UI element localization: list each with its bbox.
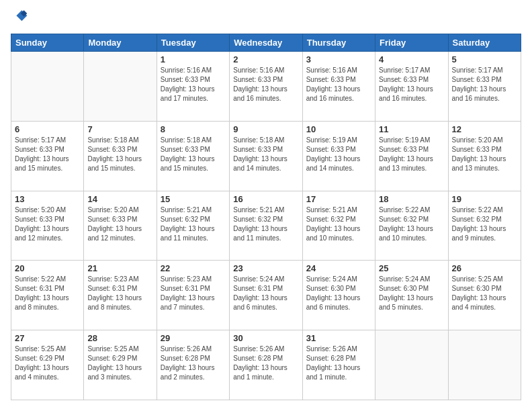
- day-number: 26: [452, 263, 517, 273]
- day-info: Sunrise: 5:17 AM Sunset: 6:33 PM Dayligh…: [452, 66, 517, 103]
- table-row: [11, 52, 84, 122]
- page: Sunday Monday Tuesday Wednesday Thursday…: [0, 0, 532, 411]
- day-number: 6: [15, 124, 80, 134]
- calendar-table: Sunday Monday Tuesday Wednesday Thursday…: [11, 34, 521, 400]
- day-info: Sunrise: 5:25 AM Sunset: 6:29 PM Dayligh…: [15, 345, 80, 382]
- col-monday: Monday: [84, 34, 157, 52]
- day-number: 10: [306, 124, 371, 134]
- day-number: 4: [379, 54, 444, 64]
- day-info: Sunrise: 5:18 AM Sunset: 6:33 PM Dayligh…: [161, 136, 226, 173]
- day-number: 16: [233, 194, 298, 204]
- table-row: 11Sunrise: 5:19 AM Sunset: 6:33 PM Dayli…: [375, 121, 448, 191]
- table-row: 10Sunrise: 5:19 AM Sunset: 6:33 PM Dayli…: [302, 121, 375, 191]
- day-info: Sunrise: 5:17 AM Sunset: 6:33 PM Dayligh…: [379, 66, 444, 103]
- day-number: 9: [233, 124, 298, 134]
- day-info: Sunrise: 5:25 AM Sunset: 6:30 PM Dayligh…: [452, 275, 517, 312]
- table-row: 5Sunrise: 5:17 AM Sunset: 6:33 PM Daylig…: [448, 52, 521, 122]
- table-row: 6Sunrise: 5:17 AM Sunset: 6:33 PM Daylig…: [11, 121, 84, 191]
- day-number: 15: [161, 194, 226, 204]
- table-row: 28Sunrise: 5:25 AM Sunset: 6:29 PM Dayli…: [84, 330, 157, 400]
- day-number: 24: [306, 263, 371, 273]
- day-info: Sunrise: 5:20 AM Sunset: 6:33 PM Dayligh…: [87, 205, 152, 243]
- day-info: Sunrise: 5:17 AM Sunset: 6:33 PM Dayligh…: [15, 136, 80, 173]
- table-row: 12Sunrise: 5:20 AM Sunset: 6:33 PM Dayli…: [448, 121, 521, 191]
- day-number: 28: [87, 333, 152, 343]
- day-info: Sunrise: 5:21 AM Sunset: 6:32 PM Dayligh…: [161, 205, 226, 243]
- day-info: Sunrise: 5:23 AM Sunset: 6:31 PM Dayligh…: [87, 275, 152, 312]
- col-tuesday: Tuesday: [157, 34, 229, 52]
- table-row: 13Sunrise: 5:20 AM Sunset: 6:33 PM Dayli…: [11, 191, 84, 261]
- table-row: [375, 330, 448, 400]
- table-row: 3Sunrise: 5:16 AM Sunset: 6:33 PM Daylig…: [302, 52, 375, 122]
- day-info: Sunrise: 5:21 AM Sunset: 6:32 PM Dayligh…: [233, 205, 298, 243]
- day-number: 22: [161, 263, 226, 273]
- day-info: Sunrise: 5:21 AM Sunset: 6:32 PM Dayligh…: [306, 205, 371, 243]
- day-number: 23: [233, 263, 298, 273]
- day-number: 1: [161, 54, 226, 64]
- col-thursday: Thursday: [302, 34, 375, 52]
- table-row: 1Sunrise: 5:16 AM Sunset: 6:33 PM Daylig…: [157, 52, 229, 122]
- day-info: Sunrise: 5:19 AM Sunset: 6:33 PM Dayligh…: [379, 136, 444, 173]
- day-info: Sunrise: 5:16 AM Sunset: 6:33 PM Dayligh…: [233, 66, 298, 103]
- day-number: 14: [87, 194, 152, 204]
- day-info: Sunrise: 5:22 AM Sunset: 6:31 PM Dayligh…: [15, 275, 80, 312]
- col-sunday: Sunday: [11, 34, 84, 52]
- day-info: Sunrise: 5:26 AM Sunset: 6:28 PM Dayligh…: [161, 345, 226, 382]
- table-row: 14Sunrise: 5:20 AM Sunset: 6:33 PM Dayli…: [84, 191, 157, 261]
- calendar-week-row: 13Sunrise: 5:20 AM Sunset: 6:33 PM Dayli…: [11, 191, 521, 261]
- day-info: Sunrise: 5:24 AM Sunset: 6:30 PM Dayligh…: [379, 275, 444, 312]
- day-info: Sunrise: 5:20 AM Sunset: 6:33 PM Dayligh…: [15, 205, 80, 243]
- table-row: 26Sunrise: 5:25 AM Sunset: 6:30 PM Dayli…: [448, 261, 521, 330]
- day-number: 21: [87, 263, 152, 273]
- table-row: 19Sunrise: 5:22 AM Sunset: 6:32 PM Dayli…: [448, 191, 521, 261]
- day-number: 12: [452, 124, 517, 134]
- day-info: Sunrise: 5:26 AM Sunset: 6:28 PM Dayligh…: [233, 345, 298, 382]
- calendar-week-row: 27Sunrise: 5:25 AM Sunset: 6:29 PM Dayli…: [11, 330, 521, 400]
- day-info: Sunrise: 5:20 AM Sunset: 6:33 PM Dayligh…: [452, 136, 517, 173]
- logo: [11, 11, 28, 27]
- day-info: Sunrise: 5:24 AM Sunset: 6:31 PM Dayligh…: [233, 275, 298, 312]
- day-info: Sunrise: 5:16 AM Sunset: 6:33 PM Dayligh…: [306, 66, 371, 103]
- table-row: [84, 52, 157, 122]
- day-number: 8: [161, 124, 226, 134]
- table-row: 24Sunrise: 5:24 AM Sunset: 6:30 PM Dayli…: [302, 261, 375, 330]
- day-info: Sunrise: 5:22 AM Sunset: 6:32 PM Dayligh…: [379, 205, 444, 243]
- day-number: 13: [15, 194, 80, 204]
- table-row: 31Sunrise: 5:26 AM Sunset: 6:28 PM Dayli…: [302, 330, 375, 400]
- table-row: 8Sunrise: 5:18 AM Sunset: 6:33 PM Daylig…: [157, 121, 229, 191]
- day-number: 18: [379, 194, 444, 204]
- day-number: 11: [379, 124, 444, 134]
- table-row: 30Sunrise: 5:26 AM Sunset: 6:28 PM Dayli…: [230, 330, 302, 400]
- table-row: 25Sunrise: 5:24 AM Sunset: 6:30 PM Dayli…: [375, 261, 448, 330]
- day-number: 19: [452, 194, 517, 204]
- table-row: [448, 330, 521, 400]
- day-number: 3: [306, 54, 371, 64]
- day-number: 20: [15, 263, 80, 273]
- day-number: 17: [306, 194, 371, 204]
- table-row: 20Sunrise: 5:22 AM Sunset: 6:31 PM Dayli…: [11, 261, 84, 330]
- day-number: 30: [233, 333, 298, 343]
- table-row: 17Sunrise: 5:21 AM Sunset: 6:32 PM Dayli…: [302, 191, 375, 261]
- day-number: 31: [306, 333, 371, 343]
- header: [11, 11, 521, 27]
- table-row: 18Sunrise: 5:22 AM Sunset: 6:32 PM Dayli…: [375, 191, 448, 261]
- day-number: 2: [233, 54, 298, 64]
- day-info: Sunrise: 5:16 AM Sunset: 6:33 PM Dayligh…: [161, 66, 226, 103]
- calendar-header-row: Sunday Monday Tuesday Wednesday Thursday…: [11, 34, 521, 52]
- calendar-week-row: 6Sunrise: 5:17 AM Sunset: 6:33 PM Daylig…: [11, 121, 521, 191]
- logo-icon: [12, 8, 28, 24]
- day-number: 7: [87, 124, 152, 134]
- day-info: Sunrise: 5:25 AM Sunset: 6:29 PM Dayligh…: [87, 345, 152, 382]
- day-number: 5: [452, 54, 517, 64]
- day-info: Sunrise: 5:18 AM Sunset: 6:33 PM Dayligh…: [233, 136, 298, 173]
- day-number: 29: [161, 333, 226, 343]
- day-info: Sunrise: 5:24 AM Sunset: 6:30 PM Dayligh…: [306, 275, 371, 312]
- table-row: 23Sunrise: 5:24 AM Sunset: 6:31 PM Dayli…: [230, 261, 302, 330]
- day-info: Sunrise: 5:23 AM Sunset: 6:31 PM Dayligh…: [161, 275, 226, 312]
- table-row: 9Sunrise: 5:18 AM Sunset: 6:33 PM Daylig…: [230, 121, 302, 191]
- table-row: 16Sunrise: 5:21 AM Sunset: 6:32 PM Dayli…: [230, 191, 302, 261]
- table-row: 15Sunrise: 5:21 AM Sunset: 6:32 PM Dayli…: [157, 191, 229, 261]
- table-row: 22Sunrise: 5:23 AM Sunset: 6:31 PM Dayli…: [157, 261, 229, 330]
- day-info: Sunrise: 5:19 AM Sunset: 6:33 PM Dayligh…: [306, 136, 371, 173]
- col-saturday: Saturday: [448, 34, 521, 52]
